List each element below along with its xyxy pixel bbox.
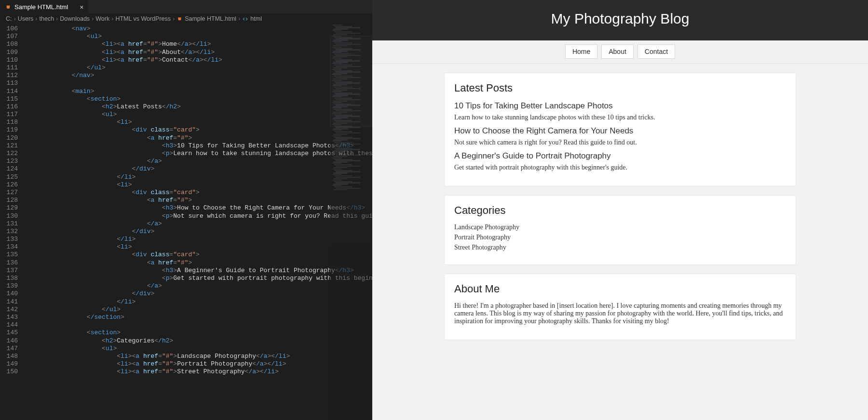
code-line[interactable]: <a href="#"> [27,134,372,142]
code-line[interactable]: <li><a href="#">About</a></li> [27,49,372,56]
breadcrumb-segment[interactable]: html [250,15,262,22]
preview-pane[interactable]: My Photography Blog HomeAboutContact Lat… [372,0,868,420]
breadcrumb-segment[interactable]: Downloads [60,15,90,22]
code-line[interactable]: </li> [27,173,372,181]
minimap[interactable] [330,24,372,420]
code-line[interactable]: </ul> [27,306,372,314]
code-line[interactable]: </section> [27,314,372,321]
html-file-icon [176,16,183,22]
breadcrumb-segment[interactable]: C: [6,15,12,22]
latest-posts-card: Latest Posts 10 Tips for Taking Better L… [444,73,796,186]
code-line[interactable]: <a href="#"> [27,259,372,267]
about-text: Hi there! I'm a photographer based in [i… [454,302,786,325]
code-line[interactable]: <h2>Categories</h2> [27,337,372,345]
chevron-right-icon: › [56,15,58,22]
category-link[interactable]: Portrait Photography [454,234,786,241]
editor-pane: Sample HTML.html × C:›Users›thech›Downlo… [0,0,372,420]
code-line[interactable]: <li><a href="#">Landscape Photography</a… [27,353,372,360]
category-link[interactable]: Street Photography [454,244,786,251]
code-line[interactable]: <ul> [27,345,372,353]
blog-title: My Photography Blog [372,11,868,27]
post-excerpt: Learn how to take stunning landscape pho… [454,114,786,121]
code-line[interactable]: </a> [27,158,372,165]
nav-contact-button[interactable]: Contact [637,44,675,59]
categories-heading: Categories [454,204,786,217]
code-line[interactable]: <li><a href="#">Contact</a></li> [27,56,372,64]
code-line[interactable]: <p>Learn how to take stunning landscape … [27,150,372,158]
code-line[interactable]: <div class="card"> [27,251,372,259]
post-title[interactable]: 10 Tips for Taking Better Landscape Phot… [454,101,786,111]
tab-modified-icon [71,5,75,9]
minimap-viewport[interactable] [330,36,372,127]
code-line[interactable]: <h3>How to Choose the Right Camera for Y… [27,204,372,212]
line-gutter: 1061071081091101111121131141151161171181… [0,24,27,420]
categories-card: Categories Landscape PhotographyPortrait… [444,195,796,265]
code-line[interactable]: <div class="card"> [27,189,372,197]
blog-header: My Photography Blog [372,0,868,40]
code-line[interactable]: <div class="card"> [27,126,372,134]
code-line[interactable]: <p>Get started with portrait photography… [27,275,372,282]
category-link[interactable]: Landscape Photography [454,223,786,231]
breadcrumb-segment[interactable]: HTML vs WordPress [115,15,171,22]
code-line[interactable]: </a> [27,282,372,290]
tab-bar: Sample HTML.html × [0,0,372,13]
latest-posts-heading: Latest Posts [454,82,786,94]
breadcrumb-segment[interactable]: Users [18,15,34,22]
chevron-right-icon: › [238,15,240,22]
element-icon [242,16,248,22]
code-line[interactable] [27,321,372,329]
tab-filename: Sample HTML.html [14,3,68,11]
blog-content: Latest Posts 10 Tips for Taking Better L… [444,73,796,340]
code-line[interactable]: <li><a href="#">Portrait Photography</a>… [27,360,372,368]
breadcrumb-segment[interactable]: Sample HTML.html [185,15,236,22]
about-card: About Me Hi there! I'm a photographer ba… [444,274,796,340]
code-line[interactable]: <ul> [27,111,372,118]
chevron-right-icon: › [111,15,113,22]
code-line[interactable]: <h2>Latest Posts</h2> [27,103,372,111]
chevron-right-icon: › [92,15,94,22]
code-line[interactable]: <main> [27,88,372,95]
chevron-right-icon: › [35,15,37,22]
breadcrumb[interactable]: C:›Users›thech›Downloads›Work›HTML vs Wo… [0,13,372,24]
code-line[interactable]: <ul> [27,33,372,40]
code-line[interactable]: <li><a href="#">Street Photography</a></… [27,368,372,376]
code-area[interactable]: 1061071081091101111121131141151161171181… [0,24,372,420]
code-line[interactable]: </nav> [27,72,372,79]
blog-nav: HomeAboutContact [372,40,868,64]
code-line[interactable]: <h3>10 Tips for Taking Better Landscape … [27,142,372,150]
editor-tab[interactable]: Sample HTML.html × [0,0,88,13]
post-title[interactable]: A Beginner's Guide to Portrait Photograp… [454,151,786,161]
code-line[interactable]: <p>Not sure which camera is right for yo… [27,212,372,220]
code-line[interactable]: </div> [27,290,372,298]
chevron-right-icon: › [173,15,175,22]
chevron-right-icon: › [14,15,16,22]
code-line[interactable]: <section> [27,329,372,337]
nav-about-button[interactable]: About [601,44,634,59]
code-line[interactable]: <li> [27,243,372,251]
code-line[interactable]: </a> [27,220,372,228]
code-line[interactable]: <li> [27,181,372,189]
post-title[interactable]: How to Choose the Right Camera for Your … [454,126,786,136]
close-icon[interactable]: × [80,3,83,11]
about-heading: About Me [454,283,786,295]
code-line[interactable] [27,79,372,87]
code-line[interactable]: </div> [27,228,372,236]
code-line[interactable]: <li><a href="#">Home</a></li> [27,40,372,48]
code-line[interactable]: <nav> [27,25,372,33]
code-line[interactable]: <section> [27,95,372,103]
html-file-icon [5,4,12,11]
post-excerpt: Not sure which camera is right for you? … [454,139,786,146]
code-line[interactable]: <h3>A Beginner's Guide to Portrait Photo… [27,267,372,275]
code-line[interactable]: </ul> [27,64,372,72]
breadcrumb-segment[interactable]: Work [95,15,109,22]
post-excerpt: Get started with portrait photography wi… [454,164,786,171]
code-content[interactable]: <nav> <ul> <li><a href="#">Home</a></li>… [27,24,372,420]
code-line[interactable]: <a href="#"> [27,197,372,204]
code-line[interactable]: <li> [27,118,372,126]
breadcrumb-segment[interactable]: thech [40,15,54,22]
nav-home-button[interactable]: Home [565,44,597,59]
code-line[interactable]: </div> [27,165,372,173]
code-line[interactable]: </li> [27,236,372,243]
code-line[interactable]: </li> [27,298,372,306]
